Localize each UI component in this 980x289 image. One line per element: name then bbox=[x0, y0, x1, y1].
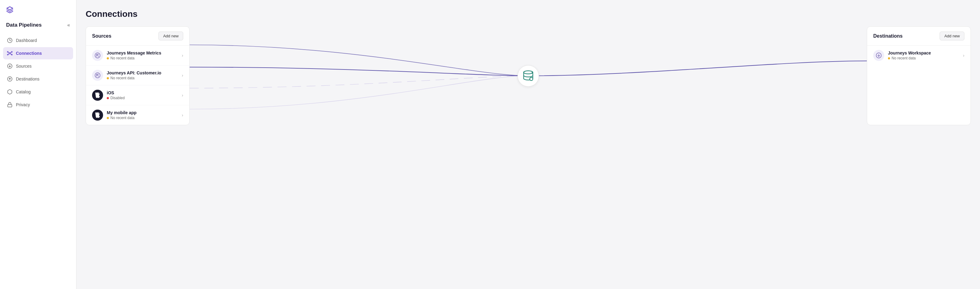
source-chevron-journeys-message: › bbox=[182, 53, 183, 58]
source-icon-journeys-api bbox=[92, 70, 103, 81]
page-title: Connections bbox=[86, 9, 971, 19]
dest-status-journeys-workspace: No recent data bbox=[888, 56, 961, 60]
status-dot-journeys-api bbox=[107, 77, 109, 79]
source-status-ios: Disabled bbox=[107, 96, 179, 100]
sidebar-item-dashboard[interactable]: Dashboard bbox=[3, 34, 73, 46]
source-info-journeys-api: Journeys API: Customer.io No recent data bbox=[107, 70, 179, 80]
svg-line-8 bbox=[8, 54, 9, 55]
source-chevron-my-mobile-app: › bbox=[182, 113, 183, 118]
svg-line-7 bbox=[10, 52, 11, 53]
center-connector-area bbox=[189, 26, 867, 125]
center-hub[interactable] bbox=[517, 65, 539, 87]
svg-rect-14 bbox=[8, 104, 12, 107]
source-item-journeys-api[interactable]: Journeys API: Customer.io No recent data… bbox=[86, 65, 189, 85]
source-icon-journeys-message bbox=[92, 50, 103, 61]
sidebar-nav: Dashboard Connections Sources bbox=[0, 34, 76, 111]
svg-line-18 bbox=[97, 74, 99, 77]
sidebar: Data Pipelines « Dashboard Connections bbox=[0, 0, 76, 289]
source-item-ios[interactable]: iOS Disabled › bbox=[86, 85, 189, 105]
dest-item-journeys-workspace[interactable]: Journeys Workspace No recent data › bbox=[867, 46, 970, 65]
svg-point-20 bbox=[530, 77, 533, 80]
sidebar-item-sources[interactable]: Sources bbox=[3, 60, 73, 72]
status-dot-ios bbox=[107, 97, 109, 99]
source-status-journeys-message: No recent data bbox=[107, 56, 179, 60]
collapse-button[interactable]: « bbox=[67, 22, 70, 28]
source-name-journeys-api: Journeys API: Customer.io bbox=[107, 70, 179, 75]
sidebar-item-privacy-label: Privacy bbox=[16, 102, 30, 107]
source-info-my-mobile-app: My mobile app No recent data bbox=[107, 110, 179, 120]
destinations-icon bbox=[7, 76, 13, 82]
main-content: Connections Sources Add new Journeys Mes… bbox=[76, 0, 980, 289]
svg-point-19 bbox=[523, 71, 533, 74]
sidebar-item-dashboard-label: Dashboard bbox=[16, 38, 37, 43]
dest-chevron-journeys-workspace: › bbox=[963, 53, 964, 58]
connections-wrapper: Sources Add new Journeys Message Metrics… bbox=[86, 26, 971, 125]
sidebar-item-destinations-label: Destinations bbox=[16, 77, 40, 81]
privacy-icon bbox=[7, 102, 13, 108]
source-name-journeys-message: Journeys Message Metrics bbox=[107, 51, 179, 56]
source-item-my-mobile-app[interactable]: My mobile app No recent data › bbox=[86, 105, 189, 125]
catalog-icon bbox=[7, 89, 13, 95]
sidebar-item-destinations[interactable]: Destinations bbox=[3, 73, 73, 85]
source-chevron-ios: › bbox=[182, 93, 183, 97]
source-info-journeys-message: Journeys Message Metrics No recent data bbox=[107, 51, 179, 60]
dest-icon-journeys-workspace bbox=[873, 50, 884, 61]
source-status-my-mobile-app: No recent data bbox=[107, 116, 179, 120]
source-info-ios: iOS Disabled bbox=[107, 90, 179, 100]
sidebar-header: Data Pipelines « bbox=[0, 22, 76, 34]
source-chevron-journeys-api: › bbox=[182, 73, 183, 78]
svg-line-6 bbox=[8, 52, 9, 53]
status-dot-my-mobile-app bbox=[107, 117, 109, 119]
status-dot-journeys-message bbox=[107, 57, 109, 59]
app-name: Data Pipelines bbox=[6, 22, 41, 28]
sidebar-item-connections[interactable]: Connections bbox=[3, 47, 73, 59]
source-name-my-mobile-app: My mobile app bbox=[107, 110, 179, 115]
source-name-ios: iOS bbox=[107, 90, 179, 95]
destinations-panel: Destinations Add new Journeys Workspace bbox=[867, 26, 971, 125]
source-item-journeys-message[interactable]: Journeys Message Metrics No recent data … bbox=[86, 46, 189, 65]
svg-line-16 bbox=[97, 54, 99, 57]
sidebar-item-catalog-label: Catalog bbox=[16, 89, 30, 94]
app-logo bbox=[0, 6, 76, 22]
source-status-journeys-api: No recent data bbox=[107, 76, 179, 80]
dashboard-icon bbox=[7, 37, 13, 43]
destinations-panel-title: Destinations bbox=[873, 34, 903, 39]
dest-info-journeys-workspace: Journeys Workspace No recent data bbox=[888, 51, 961, 60]
connections-icon bbox=[7, 50, 13, 56]
destinations-add-new-button[interactable]: Add new bbox=[940, 32, 964, 40]
sources-panel-title: Sources bbox=[92, 34, 111, 39]
source-icon-ios bbox=[92, 90, 103, 101]
svg-line-9 bbox=[10, 54, 11, 55]
sources-icon bbox=[7, 63, 13, 69]
sidebar-item-sources-label: Sources bbox=[16, 64, 32, 69]
sidebar-item-connections-label: Connections bbox=[16, 51, 42, 56]
sources-add-new-button[interactable]: Add new bbox=[158, 32, 183, 40]
svg-point-21 bbox=[531, 72, 533, 73]
svg-point-1 bbox=[9, 53, 11, 54]
sources-panel-header: Sources Add new bbox=[86, 27, 189, 46]
dest-name-journeys-workspace: Journeys Workspace bbox=[888, 51, 961, 56]
source-icon-my-mobile-app bbox=[92, 110, 103, 121]
sidebar-item-catalog[interactable]: Catalog bbox=[3, 86, 73, 98]
sidebar-item-privacy[interactable]: Privacy bbox=[3, 99, 73, 111]
sources-panel: Sources Add new Journeys Message Metrics… bbox=[86, 26, 189, 125]
status-dot-journeys-workspace bbox=[888, 57, 890, 59]
destinations-panel-header: Destinations Add new bbox=[867, 27, 970, 46]
